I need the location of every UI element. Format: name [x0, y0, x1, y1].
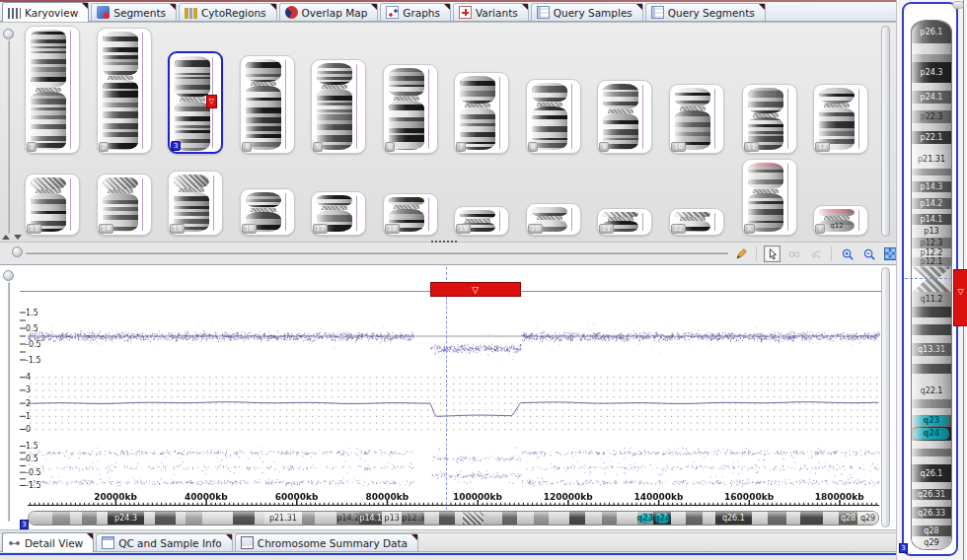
sidebar-band-q26-31: q26.31 — [912, 489, 951, 500]
band-label: q13.31 — [918, 345, 945, 354]
chromosome-card-3[interactable]: 3▽ — [168, 51, 223, 154]
horizontal-zoom-slider-track[interactable] — [26, 252, 728, 254]
toolbar-divider — [831, 246, 832, 261]
chromosome-card-21[interactable]: 21 — [597, 208, 652, 236]
chromosome-card-4[interactable]: 4 — [240, 55, 295, 154]
chromosome-number-badge: 1 — [27, 142, 37, 152]
tab-qc-and-sample-info[interactable]: QC and Sample Info — [96, 533, 233, 551]
detail-zoom-slider-track[interactable] — [8, 282, 10, 522]
tab-detail-view[interactable]: Detail View — [2, 532, 94, 552]
chromosome-card-2[interactable]: 2 — [97, 28, 152, 154]
sidebar-segment-marker[interactable]: ▽ — [953, 269, 967, 326]
ideogram-band — [768, 512, 786, 525]
band-label: p21.31 — [918, 155, 945, 164]
sidebar-band — [912, 169, 951, 175]
chromosome-card-19[interactable]: 19 — [454, 206, 509, 236]
pointer-tool-icon[interactable] — [764, 245, 781, 262]
sidebar-band — [912, 399, 951, 408]
acrocentric-arm — [31, 177, 66, 189]
selected-segment-marker[interactable]: ▽ — [206, 95, 217, 108]
sidebar-band — [912, 408, 951, 415]
detail-scrollbar[interactable] — [881, 267, 890, 527]
chromosome-card-14[interactable]: 14 — [97, 174, 152, 236]
sidebar-band — [912, 324, 951, 335]
chromosome-card-11[interactable]: 11 — [742, 84, 797, 154]
y-tick-label: 0.5 — [26, 324, 38, 333]
tab-cytoregions[interactable]: CytoRegions — [179, 3, 277, 21]
detail-zoom-slider[interactable] — [3, 270, 14, 281]
sidebar-scroll-cap[interactable] — [952, 1, 964, 9]
sidebar-band — [912, 519, 951, 525]
band-label: p14.1 — [359, 514, 382, 523]
tab-segments[interactable]: Segments — [91, 3, 177, 21]
chromosome-card-18[interactable]: 18 — [383, 193, 438, 236]
segment-marker[interactable]: ▽ — [430, 282, 521, 297]
ideogram-band-q29: q29 — [857, 512, 878, 525]
tab-karyoview[interactable]: Karyoview — [2, 2, 89, 22]
tab-query-samples[interactable]: Query Samples — [531, 3, 643, 21]
sidebar-band-p24-1: p24.1 — [912, 91, 951, 104]
chromosome-card-Y[interactable]: q12Y — [813, 205, 868, 236]
ideogram-band — [484, 512, 502, 525]
chromosome-card-16[interactable]: 16 — [240, 188, 295, 236]
ideogram-band — [315, 512, 336, 525]
chromosome-card-7[interactable]: 7 — [454, 72, 509, 154]
karyoview-zoom-slider-track[interactable] — [8, 40, 10, 234]
toolbar-divider — [756, 246, 757, 261]
chromosome-card-X[interactable]: X — [742, 159, 797, 236]
p-arm — [460, 210, 495, 219]
p-arm — [31, 30, 66, 88]
tab-query-segments[interactable]: Query Segments — [645, 3, 766, 21]
chromosome-card-6[interactable]: 6 — [383, 64, 438, 154]
edit-pen-icon[interactable] — [732, 245, 749, 262]
x-axis-label: 40000kb — [185, 492, 228, 502]
sidebar-band-p12-1: p12.1 — [912, 257, 951, 267]
sidebar-band-p14-3: p14.3 — [912, 181, 951, 192]
band-label: p21.31 — [269, 514, 297, 523]
chromosome-ideogram-10 — [675, 88, 710, 150]
chromosome-card-22[interactable]: 22 — [669, 208, 724, 236]
chromosome-card-17[interactable]: 17 — [311, 191, 366, 236]
ideogram-band — [29, 512, 52, 525]
link-tool-icon[interactable] — [785, 245, 802, 262]
horizontal-zoom-slider[interactable] — [12, 246, 23, 257]
sidebar-band — [912, 356, 951, 364]
chromosome-card-8[interactable]: 8 — [526, 79, 581, 154]
graph-guide-line — [642, 213, 643, 231]
chromosome-card-10[interactable]: 10 — [669, 84, 724, 154]
band-label: p12.3 — [402, 514, 424, 523]
band-label: p24.3 — [921, 68, 943, 77]
tab-overlap-map[interactable]: Overlap Map — [279, 3, 379, 21]
chromosome-card-9[interactable]: 9 — [597, 80, 652, 154]
chromosome-card-12[interactable]: 12 — [813, 84, 868, 154]
bottom-tab-bar: Detail ViewQC and Sample InfoChromosome … — [0, 532, 896, 552]
lasso-tool-icon[interactable] — [807, 245, 824, 262]
chromosome-card-5[interactable]: 5 — [311, 59, 366, 154]
band-label: p14.3 — [921, 182, 943, 191]
y-tick-label: -1.5 — [26, 356, 41, 365]
karyoview-zoom-slider[interactable] — [3, 29, 14, 39]
karyoview-scrollbar[interactable] — [881, 26, 890, 237]
p-arm — [317, 195, 352, 206]
graph-guide-line — [70, 178, 71, 231]
band-label: q23 — [637, 514, 654, 523]
ideogram-band-p21-31: p21.31 — [264, 512, 302, 525]
sidebar-chromosome-ideogram[interactable]: p26.1p24.3p24.1p22.3p22.1p21.31p14.3p14.… — [911, 20, 952, 550]
tab-corner-marker-icon — [170, 4, 176, 10]
chromosome-ideogram-track[interactable]: p24.3p21.31p14.2p14.1p13p12.3q23q24q26.1… — [28, 511, 879, 525]
zoom-out-icon[interactable] — [860, 245, 877, 262]
zoom-in-icon[interactable] — [839, 245, 855, 262]
chromosome-card-15[interactable]: 15 — [168, 171, 223, 236]
tab-chromosome-summary-data[interactable]: Chromosome Summary Data — [235, 533, 418, 551]
y-tick-label: 4 — [26, 373, 31, 382]
tab-variants[interactable]: Variants — [453, 3, 529, 21]
chromosome-card-13[interactable]: 13 — [25, 174, 80, 236]
x-axis-label: 20000kb — [94, 492, 137, 502]
tab-graphs[interactable]: Graphs — [380, 3, 451, 21]
band-label: p24.3 — [114, 514, 137, 523]
chromosome-card-1[interactable]: 1 — [25, 26, 80, 154]
ideogram-band — [82, 512, 96, 525]
chromosome-number-badge: X — [744, 224, 755, 234]
chromosome-card-20[interactable]: 20 — [526, 203, 581, 236]
splitter-grip-icon[interactable] — [431, 241, 458, 243]
